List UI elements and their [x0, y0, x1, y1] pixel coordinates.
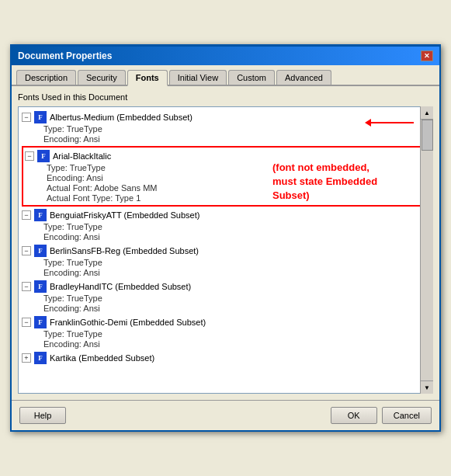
font-name-franklin: FranklinGothic-Demi (Embedded Subset): [50, 318, 206, 327]
font-children-franklin: Type: TrueType Encoding: Ansi: [43, 329, 429, 349]
font-entry-berlin: − F BerlinSansFB-Reg (Embedded Subset) T…: [22, 244, 429, 278]
font-tree-wrapper: − F Albertus-Medium (Embedded Subset) Ty…: [18, 106, 433, 394]
font-child-type-benguiat: Type: TrueType: [43, 222, 429, 232]
font-header-arial: − F Arial-BlackItalic: [25, 149, 426, 163]
tabs-bar: Description Security Fonts Initial View …: [12, 67, 439, 86]
close-button[interactable]: ✕: [421, 50, 433, 61]
expand-icon-arial[interactable]: −: [25, 151, 34, 161]
ok-button[interactable]: OK: [331, 407, 377, 424]
expand-icon-berlin[interactable]: −: [22, 246, 31, 255]
font-children-berlin: Type: TrueType Encoding: Ansi: [43, 258, 429, 278]
font-header-franklin: − F FranklinGothic-Demi (Embedded Subset…: [22, 315, 429, 329]
font-icon-franklin: F: [34, 316, 47, 328]
font-name-albertus: Albertus-Medium (Embedded Subset): [50, 113, 193, 122]
font-name-bradley: BradleyHandITC (Embedded Subset): [50, 282, 191, 291]
font-child-encoding-arial: Encoding: Ansi: [47, 173, 426, 183]
font-icon-bradley: F: [34, 280, 47, 293]
font-header-berlin: − F BerlinSansFB-Reg (Embedded Subset): [22, 244, 429, 258]
tab-advanced[interactable]: Advanced: [276, 70, 331, 85]
font-children-benguiat: Type: TrueType Encoding: Ansi: [43, 222, 429, 242]
font-entry-franklin: − F FranklinGothic-Demi (Embedded Subset…: [22, 315, 429, 349]
font-child-type-arial: Type: TrueType: [47, 163, 426, 173]
font-icon-berlin: F: [34, 245, 47, 257]
tab-security[interactable]: Security: [78, 70, 126, 85]
ok-cancel-group: OK Cancel: [331, 407, 432, 424]
expand-icon-franklin[interactable]: −: [22, 318, 31, 327]
font-child-actual-arial: Actual Font: Adobe Sans MM: [47, 183, 426, 193]
tab-description[interactable]: Description: [16, 70, 76, 85]
font-name-berlin: BerlinSansFB-Reg (Embedded Subset): [50, 246, 199, 255]
expand-icon-albertus[interactable]: −: [22, 113, 31, 122]
font-name-benguiat: BenguiatFriskyATT (Embedded Subset): [50, 210, 199, 220]
scroll-thumb[interactable]: [422, 120, 433, 151]
font-tree[interactable]: − F Albertus-Medium (Embedded Subset) Ty…: [18, 106, 433, 394]
font-child-actual-type-arial: Actual Font Type: Type 1: [47, 193, 426, 203]
font-entry-kartika: + F Kartika (Embedded Subset): [22, 351, 429, 365]
tab-initial-view[interactable]: Initial View: [169, 70, 227, 85]
font-entry-albertus: − F Albertus-Medium (Embedded Subset) Ty…: [22, 110, 429, 144]
section-label: Fonts Used in this Document: [18, 92, 433, 102]
title-bar-buttons: ✕: [421, 50, 433, 61]
scroll-down-button[interactable]: ▼: [421, 380, 433, 394]
font-children-albertus: Type: TrueType Encoding: Ansi: [43, 124, 429, 144]
scrollbar[interactable]: ▲ ▼: [420, 106, 433, 394]
font-child-encoding-franklin: Encoding: Ansi: [43, 339, 429, 349]
cancel-button[interactable]: Cancel: [382, 407, 432, 424]
expand-icon-bradley[interactable]: −: [22, 282, 31, 291]
document-properties-dialog: Document Properties ✕ Description Securi…: [10, 44, 441, 432]
font-child-type-franklin: Type: TrueType: [43, 329, 429, 339]
font-header-albertus: − F Albertus-Medium (Embedded Subset): [22, 110, 429, 124]
font-header-kartika: + F Kartika (Embedded Subset): [22, 351, 429, 365]
font-child-encoding-albertus: Encoding: Ansi: [43, 134, 429, 144]
font-child-encoding-benguiat: Encoding: Ansi: [43, 232, 429, 242]
title-bar: Document Properties ✕: [12, 47, 439, 65]
font-icon-albertus: F: [34, 111, 47, 123]
scroll-up-button[interactable]: ▲: [421, 106, 433, 120]
font-children-arial: Type: TrueType Encoding: Ansi Actual Fon…: [47, 163, 426, 203]
font-child-type-bradley: Type: TrueType: [43, 294, 429, 304]
scroll-track: [421, 120, 433, 380]
font-icon-kartika: F: [34, 352, 47, 364]
font-entry-benguiat: − F BenguiatFriskyATT (Embedded Subset) …: [22, 208, 429, 242]
font-child-type-berlin: Type: TrueType: [43, 258, 429, 268]
font-name-arial: Arial-BlackItalic: [53, 151, 111, 161]
font-header-bradley: − F BradleyHandITC (Embedded Subset): [22, 280, 429, 294]
font-icon-arial: F: [37, 150, 50, 162]
tab-custom[interactable]: Custom: [228, 70, 275, 85]
dialog-title: Document Properties: [18, 50, 112, 61]
font-children-bradley: Type: TrueType Encoding: Ansi: [43, 294, 429, 314]
bottom-bar: Help OK Cancel: [12, 400, 439, 430]
font-child-encoding-bradley: Encoding: Ansi: [43, 304, 429, 314]
font-header-benguiat: − F BenguiatFriskyATT (Embedded Subset): [22, 208, 429, 222]
help-button[interactable]: Help: [19, 407, 66, 424]
expand-icon-benguiat[interactable]: −: [22, 210, 31, 220]
tab-content: Fonts Used in this Document − F Albertus…: [12, 86, 439, 400]
font-name-kartika: Kartika (Embedded Subset): [50, 353, 154, 363]
font-child-type-albertus: Type: TrueType: [43, 124, 429, 134]
font-child-encoding-berlin: Encoding: Ansi: [43, 268, 429, 278]
tab-fonts[interactable]: Fonts: [127, 70, 168, 86]
font-entry-arial: − F Arial-BlackItalic Type: TrueType Enc…: [22, 146, 429, 207]
font-icon-benguiat: F: [34, 209, 47, 221]
font-entry-bradley: − F BradleyHandITC (Embedded Subset) Typ…: [22, 280, 429, 314]
expand-icon-kartika[interactable]: +: [22, 353, 31, 363]
